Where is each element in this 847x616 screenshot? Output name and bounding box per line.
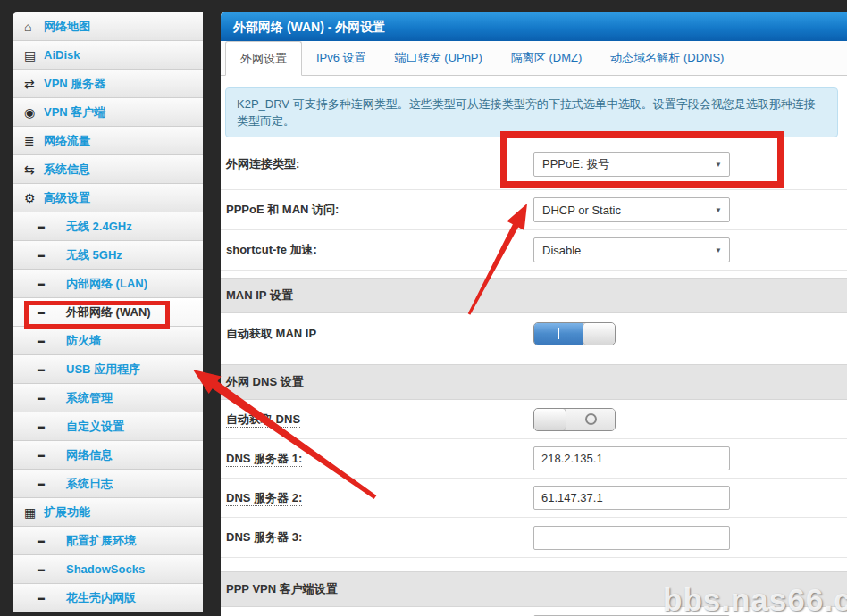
sidebar-item[interactable]: ▬防火墙 — [13, 327, 203, 355]
sidebar-item[interactable]: ▬自定义设置 — [13, 412, 203, 441]
watermark: bbs.nas66.com — [663, 582, 847, 616]
sidebar-item[interactable]: ▬USB 应用程序 — [13, 355, 203, 384]
sfe-select[interactable]: Disable ▼ — [533, 237, 730, 262]
sidebar-item[interactable]: ▬花生壳内网版 — [13, 584, 203, 612]
main-panel: 外部网络 (WAN) - 外网设置 外网设置IPv6 设置端口转发 (UPnP)… — [221, 12, 847, 616]
tab[interactable]: 隔离区 (DMZ) — [497, 41, 596, 75]
sidebar-item-label: VPN 服务器 — [44, 76, 105, 92]
sidebar-item-label: USB 应用程序 — [66, 362, 140, 378]
sidebar: ⌂网络地图▤AiDisk⇄VPN 服务器◉VPN 客户端≣网络流量⇆系统信息⚙高… — [13, 12, 203, 616]
auto-man-ip-label: 自动获取 MAN IP — [226, 326, 533, 342]
disk-icon: ▤ — [24, 48, 44, 62]
toggle-off-segment — [566, 409, 615, 430]
spacer — [221, 558, 847, 571]
page-title: 外部网络 (WAN) - 外网设置 — [221, 12, 847, 41]
sidebar-item-label: 扩展功能 — [44, 504, 90, 520]
dash-icon: ▬ — [38, 279, 57, 287]
dash-icon: ▬ — [38, 394, 57, 402]
shuffle-icon: ⇆ — [24, 162, 44, 177]
sidebar-item[interactable]: ▦扩展功能 — [13, 498, 203, 527]
sidebar-item[interactable]: ▬网络信息 — [13, 441, 203, 470]
pppoe-man-selected-value: DHCP or Static — [542, 204, 621, 217]
dns1-input[interactable] — [533, 446, 730, 470]
sidebar-item[interactable]: ▬ShadowSocks — [13, 555, 203, 584]
dash-icon: ▬ — [38, 365, 57, 373]
wan-type-selected-value: PPPoE: 拨号 — [542, 156, 609, 172]
dash-icon: ▬ — [38, 422, 57, 430]
form-row-dns3: DNS 服务器 3: — [221, 518, 847, 558]
sidebar-item-label: 系统日志 — [66, 476, 113, 492]
tab[interactable]: 动态域名解析 (DDNS) — [596, 41, 738, 75]
sidebar-item-label: VPN 客户端 — [44, 104, 105, 121]
sidebar-item[interactable]: ▬无线 2.4GHz — [13, 212, 203, 241]
sidebar-item-label: 无线 5GHz — [66, 247, 122, 263]
sidebar-item-label: 配置扩展环境 — [66, 533, 136, 549]
form-row-dns2: DNS 服务器 2: — [221, 479, 847, 518]
sidebar-item[interactable]: ≣网络流量 — [13, 127, 203, 155]
router-admin-page: ⌂网络地图▤AiDisk⇄VPN 服务器◉VPN 客户端≣网络流量⇆系统信息⚙高… — [0, 0, 847, 616]
sidebar-item-label: ShadowSocks — [66, 562, 145, 576]
pppoe-man-label: PPPoE 和 MAN 访问: — [226, 202, 533, 218]
form-row-sfe: shortcut-fe 加速: Disable ▼ — [221, 230, 847, 271]
dash-icon: ▬ — [38, 537, 57, 545]
sidebar-item-label: 防火墙 — [66, 333, 101, 349]
dns1-label: DNS 服务器 1: — [226, 451, 533, 467]
dash-icon: ▬ — [38, 565, 57, 573]
dash-icon: ▬ — [38, 451, 57, 459]
sidebar-item-active[interactable]: ▬外部网络 (WAN) — [13, 298, 203, 327]
toggle-knob — [534, 409, 566, 430]
grid-icon: ▦ — [24, 505, 44, 520]
dns2-input[interactable] — [533, 486, 730, 510]
sidebar-item[interactable]: ◉VPN 客户端 — [13, 98, 203, 127]
tab[interactable]: 端口转发 (UPnP) — [381, 41, 497, 75]
tab-active[interactable]: 外网设置 — [225, 41, 302, 76]
dns2-label: DNS 服务器 2: — [226, 490, 533, 506]
sidebar-item[interactable]: ⚙高级设置 — [13, 184, 203, 212]
sidebar-item-label: 花生壳内网版 — [66, 590, 136, 606]
sidebar-item-label: 自定义设置 — [66, 419, 124, 435]
sidebar-item-label: 内部网络 (LAN) — [66, 276, 147, 292]
sidebar-item[interactable]: ⇆系统信息 — [13, 155, 203, 184]
retweet-icon: ⇄ — [24, 77, 44, 91]
sidebar-item-label: AiDisk — [44, 48, 80, 62]
sidebar-item[interactable]: ▬系统日志 — [13, 470, 203, 498]
form-row-pppoe-man: PPPoE 和 MAN 访问: DHCP or Static ▼ — [221, 190, 847, 230]
sidebar-item[interactable]: ▬系统管理 — [13, 384, 203, 412]
dns3-input[interactable] — [533, 526, 730, 550]
tab-bar: 外网设置IPv6 设置端口转发 (UPnP)隔离区 (DMZ)动态域名解析 (D… — [221, 41, 847, 76]
sidebar-item[interactable]: ▤AiDisk — [13, 41, 203, 70]
sidebar-item[interactable]: ▬无线 5GHz — [13, 241, 203, 270]
chevron-down-icon: ▼ — [715, 161, 722, 169]
sidebar-item[interactable]: ⌂网络地图 — [13, 12, 203, 41]
wan-type-label: 外网连接类型: — [226, 156, 533, 172]
form-row-auto-man-ip: 自动获取 MAN IP — [221, 313, 847, 354]
dash-icon: ▬ — [38, 594, 57, 602]
section-wan-dns: 外网 DNS 设置 — [221, 364, 847, 400]
dash-icon: ▬ — [38, 337, 57, 345]
auto-man-ip-toggle[interactable] — [533, 322, 616, 345]
pppoe-man-select[interactable]: DHCP or Static ▼ — [533, 197, 730, 222]
toggle-knob — [583, 323, 615, 345]
section-man-ip: MAN IP 设置 — [221, 278, 847, 313]
auto-dns-label: 自动获取 DNS — [226, 412, 533, 428]
toggle-on-segment — [534, 323, 583, 345]
sidebar-item-label: 网络信息 — [66, 447, 113, 463]
sidebar-item[interactable]: ▬配置扩展环境 — [13, 527, 203, 555]
sidebar-item-label: 网络流量 — [44, 133, 90, 149]
sidebar-item-label: 无线 2.4GHz — [66, 219, 132, 235]
dash-icon: ▬ — [38, 308, 57, 316]
dash-icon: ▬ — [38, 479, 57, 487]
sidebar-item[interactable]: ▬内部网络 (LAN) — [13, 270, 203, 298]
auto-dns-toggle[interactable] — [533, 408, 616, 431]
wan-type-select[interactable]: PPPoE: 拨号 ▼ — [533, 152, 730, 177]
spacer — [221, 354, 847, 364]
sfe-label: shortcut-fe 加速: — [226, 242, 533, 258]
info-banner: K2P_DRV 可支持多种连网类型。这些类型可从连接类型旁的下拉式选单中选取。设… — [225, 87, 838, 137]
sidebar-item-label: 外部网络 (WAN) — [66, 304, 151, 320]
tab[interactable]: IPv6 设置 — [302, 41, 381, 75]
chevron-down-icon: ▼ — [715, 206, 722, 214]
wrench-icon: ⚙ — [24, 191, 44, 205]
sidebar-item-label: 系统信息 — [44, 162, 90, 178]
sidebar-item[interactable]: ⇄VPN 服务器 — [13, 70, 203, 98]
form-row-wan-type: 外网连接类型: PPPoE: 拨号 ▼ — [221, 139, 847, 190]
